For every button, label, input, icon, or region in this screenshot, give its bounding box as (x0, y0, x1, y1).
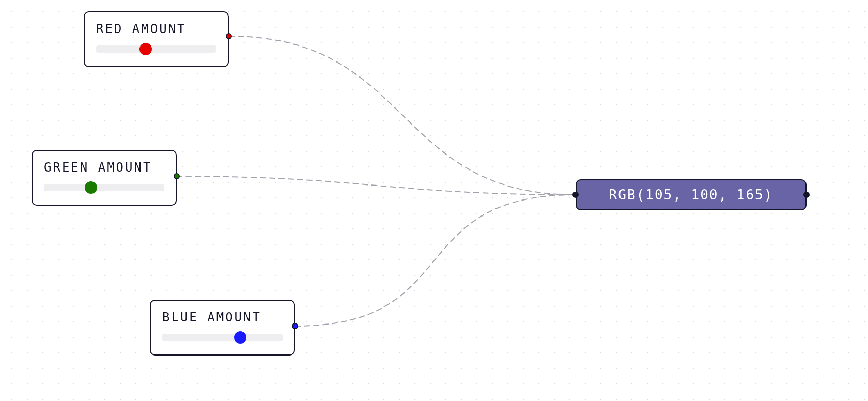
edge-red-to-mixer[interactable] (229, 36, 576, 195)
output-color-label: RGB(105, 100, 165) (609, 187, 773, 203)
node-red-title: RED AMOUNT (96, 22, 216, 36)
node-red[interactable]: RED AMOUNT (84, 11, 229, 67)
slider-thumb-green[interactable] (85, 181, 97, 194)
handle-blue-output[interactable] (292, 323, 298, 329)
node-editor-canvas[interactable]: RED AMOUNT GREEN AMOUNT BLUE AMOUNT RGB(… (0, 0, 868, 401)
slider-red[interactable] (96, 45, 216, 53)
node-blue[interactable]: BLUE AMOUNT (150, 300, 295, 356)
edge-green-to-mixer[interactable] (177, 176, 576, 195)
slider-green[interactable] (44, 184, 164, 191)
handle-mixer-output[interactable] (803, 192, 810, 198)
slider-thumb-red[interactable] (140, 43, 152, 55)
node-blue-title: BLUE AMOUNT (162, 310, 283, 325)
slider-thumb-blue[interactable] (234, 331, 246, 344)
node-green-title: GREEN AMOUNT (44, 160, 164, 175)
node-green[interactable]: GREEN AMOUNT (32, 150, 177, 206)
handle-red-output[interactable] (226, 33, 232, 39)
slider-blue[interactable] (162, 334, 283, 341)
edge-blue-to-mixer[interactable] (295, 195, 576, 326)
node-output-color[interactable]: RGB(105, 100, 165) (576, 179, 807, 210)
handle-mixer-input[interactable] (572, 192, 579, 198)
handle-green-output[interactable] (174, 173, 180, 179)
